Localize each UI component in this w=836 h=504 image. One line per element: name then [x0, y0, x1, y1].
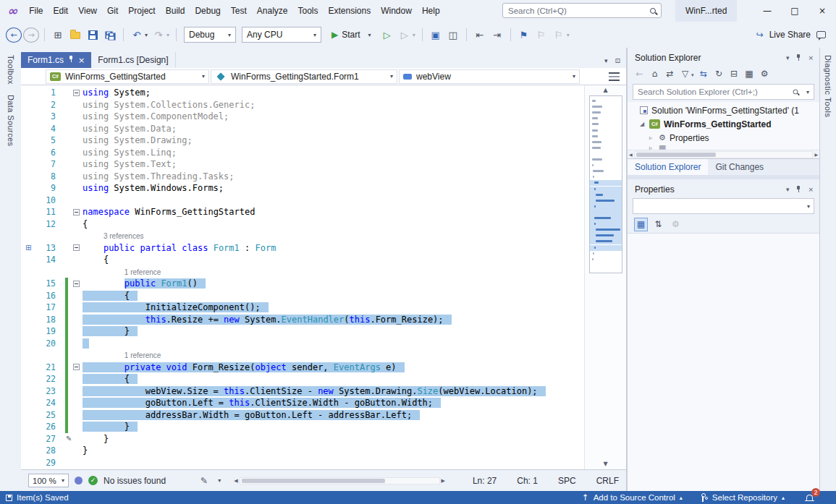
- scrollbar-thumb[interactable]: [242, 479, 385, 483]
- feedback-icon[interactable]: [816, 31, 826, 38]
- codelens-references[interactable]: 3 references: [104, 232, 144, 240]
- previous-bookmark-icon[interactable]: ⚐: [533, 27, 549, 43]
- filter-icon-caret[interactable]: ▾: [691, 72, 694, 78]
- code-line-26[interactable]: 26 }: [21, 421, 584, 433]
- tree-item-1[interactable]: Solution 'WinForms_GettingStarted' (1: [628, 103, 819, 117]
- tree-expander-icon[interactable]: ◢: [640, 121, 649, 127]
- document-list-icon[interactable]: ▾: [604, 57, 608, 64]
- code-line-25[interactable]: 25 addressBar.Width = goButton.Left - ad…: [21, 409, 584, 422]
- undo-dropdown-icon[interactable]: ▾: [145, 32, 148, 38]
- menu-window[interactable]: Window: [376, 0, 417, 22]
- menu-project[interactable]: Project: [123, 0, 160, 22]
- split-editor-button[interactable]: [609, 72, 620, 81]
- code-line-4[interactable]: 4using System.Data;: [21, 123, 584, 135]
- tree-item-2[interactable]: ◢C#WinForms_GettingStarted: [628, 117, 819, 131]
- code-line-11[interactable]: 11namespace WinForms_GettingStarted: [21, 206, 584, 218]
- code-cleanup-dropdown-icon[interactable]: ▾: [218, 477, 221, 484]
- undo-icon[interactable]: ↶: [129, 27, 145, 43]
- code-line-12[interactable]: 12{: [21, 218, 584, 231]
- horizontal-scrollbar[interactable]: ◀ ▶: [234, 477, 445, 484]
- select-repository-button[interactable]: Select Repository ▴: [701, 493, 785, 502]
- alphabetical-sort-icon[interactable]: ⇅: [651, 218, 665, 231]
- code-line-10[interactable]: 10: [21, 195, 584, 207]
- tree-expander-icon[interactable]: ▹: [649, 134, 659, 141]
- tree-expander-icon[interactable]: ▹: [649, 145, 659, 150]
- health-indicator-icon[interactable]: [75, 477, 83, 484]
- open-file-icon[interactable]: [67, 27, 83, 43]
- code-line-21[interactable]: 21 private void Form_Resize(object sende…: [21, 362, 584, 374]
- code-line-29[interactable]: 29: [21, 457, 584, 469]
- properties-icon[interactable]: ⚙: [758, 69, 772, 79]
- start-without-debugging-icon[interactable]: ▷: [379, 27, 395, 43]
- document-tab-form1-cs-design[interactable]: Form1.cs [Design]: [91, 52, 175, 68]
- pin-icon[interactable]: [795, 186, 801, 193]
- shift-right-icon[interactable]: ⇥: [489, 27, 505, 43]
- close-tab-icon[interactable]: ×: [78, 56, 85, 65]
- categorized-icon[interactable]: ▦: [634, 218, 648, 231]
- minimize-button[interactable]: —: [753, 0, 781, 22]
- code-cleanup-icon[interactable]: ✎: [200, 476, 208, 486]
- notifications-button[interactable]: 2: [806, 493, 813, 502]
- code-line-27[interactable]: 27 }✎: [21, 433, 584, 445]
- code-line-7[interactable]: 7using System.Text;: [21, 158, 584, 171]
- pin-tab-icon[interactable]: [68, 55, 74, 65]
- chevron-down-icon[interactable]: ▾: [806, 89, 809, 95]
- code-line-13[interactable]: 13 public partial class Form1 : Form⊞: [21, 242, 584, 255]
- scroll-right-icon[interactable]: ▶: [814, 152, 818, 157]
- fold-toggle-icon[interactable]: [73, 281, 80, 287]
- close-panel-icon[interactable]: ×: [808, 186, 814, 193]
- type-dropdown[interactable]: WinForms_GettingStarted.Form1▾: [211, 69, 397, 84]
- solution-search[interactable]: Search Solution Explorer (Ctrl+;) ▾: [633, 84, 814, 100]
- redo-icon[interactable]: ↷: [151, 27, 166, 43]
- sync-active-document-icon[interactable]: ⇆: [697, 69, 711, 79]
- scrollbar-thumb[interactable]: [636, 153, 717, 157]
- code-line-8[interactable]: 8using System.Threading.Tasks;: [21, 171, 584, 183]
- code-line-23[interactable]: 23 webView.Size = this.ClientSize - new …: [21, 385, 584, 398]
- insert-mode-indicator[interactable]: SPC: [558, 476, 576, 486]
- search-icon[interactable]: [793, 90, 798, 95]
- fold-toggle-icon[interactable]: [73, 209, 80, 215]
- code-line-28[interactable]: 28}: [21, 445, 584, 457]
- no-issues-icon[interactable]: ✓: [88, 476, 98, 485]
- code-line-5[interactable]: 5using System.Drawing;: [21, 134, 584, 147]
- live-share-icon[interactable]: ↪: [756, 30, 764, 40]
- refresh-icon[interactable]: ↻: [712, 69, 726, 79]
- menu-view[interactable]: View: [73, 0, 102, 22]
- redo-dropdown-icon[interactable]: ▾: [166, 32, 169, 38]
- window-menu-icon[interactable]: ▾: [786, 54, 790, 61]
- menu-edit[interactable]: Edit: [48, 0, 74, 22]
- codelens-references[interactable]: 1 reference: [124, 351, 161, 359]
- line-ending-indicator[interactable]: CRLF: [596, 476, 619, 486]
- new-project-icon[interactable]: ⊞: [50, 27, 66, 43]
- code-line-22[interactable]: 22 {: [21, 373, 584, 385]
- code-line-16[interactable]: 16 {: [21, 290, 584, 302]
- properties-object-select[interactable]: ▾: [633, 198, 814, 214]
- property-pages-icon[interactable]: ⚙: [669, 218, 683, 231]
- tree-item-3[interactable]: ▹⚙Properties: [628, 131, 819, 145]
- codelens-references[interactable]: 1 reference: [124, 268, 161, 276]
- save-all-icon[interactable]: [102, 27, 118, 43]
- back-icon[interactable]: ←: [633, 69, 646, 79]
- home-icon[interactable]: ⌂: [648, 69, 662, 79]
- scrollbar-track[interactable]: [240, 477, 440, 484]
- show-all-files-icon[interactable]: ▦: [743, 69, 756, 79]
- fold-toggle-icon[interactable]: [73, 90, 80, 96]
- bookmark-dropdown-icon[interactable]: ▾: [567, 32, 570, 38]
- menu-tools[interactable]: Tools: [292, 0, 323, 22]
- code-line-6[interactable]: 6using System.Linq;: [21, 147, 584, 159]
- navigate-back-icon[interactable]: ←: [6, 27, 22, 43]
- close-panel-icon[interactable]: ×: [808, 54, 814, 61]
- close-button[interactable]: ×: [808, 0, 836, 22]
- navigate-forward-icon[interactable]: →: [23, 27, 39, 43]
- save-icon[interactable]: [85, 27, 101, 43]
- menu-analyze[interactable]: Analyze: [252, 0, 293, 22]
- solution-platform-select[interactable]: Any CPU ▾: [242, 27, 321, 43]
- scroll-up-icon[interactable]: ▲: [585, 85, 626, 95]
- split-window-icon[interactable]: ◫: [445, 27, 461, 43]
- zoom-select[interactable]: 100 % ▾: [28, 474, 69, 487]
- menu-file[interactable]: File: [24, 0, 48, 22]
- code-line-9[interactable]: 9using System.Windows.Forms;: [21, 182, 584, 195]
- filter-icon[interactable]: ▽: [678, 69, 692, 79]
- fold-toggle-icon[interactable]: [73, 364, 80, 370]
- menu-debug[interactable]: Debug: [190, 0, 225, 22]
